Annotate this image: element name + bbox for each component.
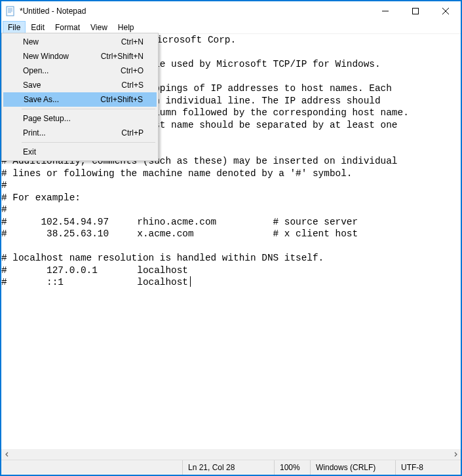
menu-item-label: Page Setup... [23,114,71,123]
minimize-button[interactable] [370,1,400,21]
menu-item-shortcut: Ctrl+Shift+S [100,95,143,104]
file-menu-save-as[interactable]: Save As... Ctrl+Shift+S [3,92,157,107]
file-menu-new[interactable]: New Ctrl+N [3,35,157,49]
status-bar: Ln 21, Col 28 100% Windows (CRLF) UTF-8 [1,460,461,475]
menu-item-label: New [23,37,39,46]
file-menu-save[interactable]: Save Ctrl+S [3,78,157,92]
file-menu-new-window[interactable]: New Window Ctrl+Shift+N [3,49,157,64]
close-button[interactable] [431,1,461,21]
menu-bar: File Edit Format View Help [1,21,461,34]
file-menu-print[interactable]: Print... Ctrl+P [3,126,157,140]
maximize-icon [412,8,419,14]
horizontal-scrollbar[interactable] [1,449,461,460]
menu-separator [22,142,155,143]
menu-view[interactable]: View [85,21,113,33]
text-caret [190,276,191,287]
chevron-right-icon [453,452,458,457]
menu-separator [22,109,155,109]
title-bar: *Untitled - Notepad [1,1,461,21]
menu-item-label: Open... [23,66,48,75]
menu-item-label: Save As... [24,95,59,104]
window-title: *Untitled - Notepad [20,7,86,16]
chevron-left-icon [5,452,10,457]
maximize-button[interactable] [400,1,431,21]
title-bar-left: *Untitled - Notepad [5,6,86,16]
status-line-ending: Windows (CRLF) [310,460,395,475]
menu-item-label: Print... [23,128,46,137]
status-position: Ln 21, Col 28 [182,460,274,475]
file-menu-exit[interactable]: Exit [3,145,157,159]
menu-item-shortcut: Ctrl+Shift+N [101,52,144,61]
minimize-icon [382,8,389,14]
menu-help[interactable]: Help [113,21,140,33]
menu-item-label: Exit [23,147,36,156]
menu-item-shortcut: Ctrl+P [121,128,144,137]
notepad-icon [5,6,16,16]
file-menu-dropdown: New Ctrl+N New Window Ctrl+Shift+N Open.… [1,33,159,161]
status-spacer [1,460,182,475]
menu-file[interactable]: File [3,21,26,33]
scroll-right-button[interactable] [450,449,461,460]
file-menu-page-setup[interactable]: Page Setup... [3,111,157,126]
scroll-left-button[interactable] [1,449,12,460]
menu-format[interactable]: Format [50,21,85,33]
status-zoom: 100% [274,460,310,475]
menu-edit[interactable]: Edit [26,21,50,33]
close-icon [442,8,449,14]
menu-item-label: Save [23,81,41,90]
menu-item-shortcut: Ctrl+O [121,66,144,75]
menu-item-shortcut: Ctrl+N [121,37,144,46]
status-encoding: UTF-8 [395,460,461,475]
file-menu-open[interactable]: Open... Ctrl+O [3,64,157,78]
menu-item-label: New Window [23,52,69,61]
menu-item-shortcut: Ctrl+S [121,81,144,90]
window-controls [370,1,461,21]
svg-rect-6 [413,9,419,14]
